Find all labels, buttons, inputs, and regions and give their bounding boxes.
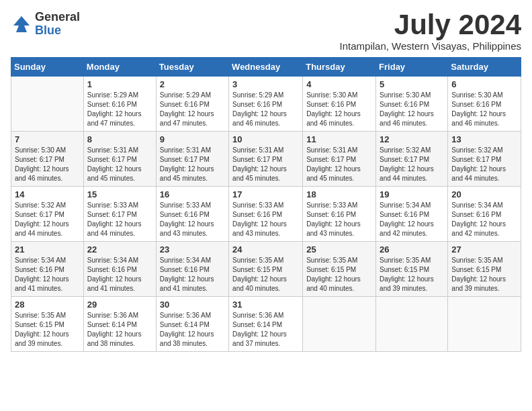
day-number: 16 [160, 189, 225, 199]
calendar-cell: 11Sunrise: 5:31 AM Sunset: 6:17 PM Dayli… [303, 132, 376, 187]
day-info: Sunrise: 5:34 AM Sunset: 6:16 PM Dayligh… [451, 201, 517, 238]
day-number: 9 [160, 134, 225, 144]
day-number: 1 [87, 79, 152, 89]
day-number: 31 [232, 300, 299, 310]
calendar-cell: 1Sunrise: 5:29 AM Sunset: 6:16 PM Daylig… [83, 77, 156, 132]
calendar-cell: 28Sunrise: 5:35 AM Sunset: 6:15 PM Dayli… [11, 297, 84, 352]
day-info: Sunrise: 5:36 AM Sunset: 6:14 PM Dayligh… [87, 311, 152, 349]
day-number: 8 [87, 134, 152, 144]
week-row-5: 28Sunrise: 5:35 AM Sunset: 6:15 PM Dayli… [11, 297, 521, 352]
day-number: 3 [232, 79, 299, 89]
day-info: Sunrise: 5:33 AM Sunset: 6:16 PM Dayligh… [232, 201, 299, 238]
calendar-cell: 18Sunrise: 5:33 AM Sunset: 6:16 PM Dayli… [303, 187, 376, 242]
day-number: 25 [306, 244, 372, 255]
day-info: Sunrise: 5:31 AM Sunset: 6:17 PM Dayligh… [306, 146, 372, 183]
day-info: Sunrise: 5:30 AM Sunset: 6:17 PM Dayligh… [15, 146, 80, 183]
day-info: Sunrise: 5:35 AM Sunset: 6:15 PM Dayligh… [451, 256, 517, 293]
day-info: Sunrise: 5:31 AM Sunset: 6:17 PM Dayligh… [87, 146, 152, 183]
day-number: 14 [15, 189, 80, 199]
day-info: Sunrise: 5:32 AM Sunset: 6:17 PM Dayligh… [451, 146, 517, 183]
day-info: Sunrise: 5:30 AM Sunset: 6:16 PM Dayligh… [380, 91, 444, 128]
calendar-cell: 10Sunrise: 5:31 AM Sunset: 6:17 PM Dayli… [229, 132, 303, 187]
day-number: 13 [451, 134, 517, 144]
header-row: SundayMondayTuesdayWednesdayThursdayFrid… [11, 58, 521, 77]
day-number: 19 [380, 189, 444, 199]
logo-text: General Blue [35, 11, 80, 38]
day-info: Sunrise: 5:35 AM Sunset: 6:15 PM Dayligh… [306, 256, 372, 293]
header-friday: Friday [376, 58, 448, 77]
calendar-cell: 19Sunrise: 5:34 AM Sunset: 6:16 PM Dayli… [376, 187, 448, 242]
calendar-table: SundayMondayTuesdayWednesdayThursdayFrid… [11, 57, 521, 352]
month-title: July 2024 [340, 11, 521, 39]
logo-general: General [35, 11, 80, 24]
day-number: 24 [232, 244, 299, 255]
day-number: 6 [451, 79, 517, 89]
calendar-cell: 17Sunrise: 5:33 AM Sunset: 6:16 PM Dayli… [229, 187, 303, 242]
day-number: 17 [232, 189, 299, 199]
calendar-cell: 29Sunrise: 5:36 AM Sunset: 6:14 PM Dayli… [83, 297, 156, 352]
day-number: 28 [15, 300, 80, 310]
calendar-cell: 23Sunrise: 5:34 AM Sunset: 6:16 PM Dayli… [156, 242, 228, 297]
day-number: 7 [15, 134, 80, 144]
day-number: 10 [232, 134, 299, 144]
day-info: Sunrise: 5:31 AM Sunset: 6:17 PM Dayligh… [232, 146, 299, 183]
day-number: 21 [15, 244, 80, 255]
calendar-cell: 13Sunrise: 5:32 AM Sunset: 6:17 PM Dayli… [448, 132, 521, 187]
day-info: Sunrise: 5:29 AM Sunset: 6:16 PM Dayligh… [232, 91, 299, 128]
title-area: July 2024 Intampilan, Western Visayas, P… [340, 11, 521, 52]
calendar-cell: 15Sunrise: 5:33 AM Sunset: 6:17 PM Dayli… [83, 187, 156, 242]
header-saturday: Saturday [448, 58, 521, 77]
calendar-cell: 3Sunrise: 5:29 AM Sunset: 6:16 PM Daylig… [229, 77, 303, 132]
calendar-cell: 21Sunrise: 5:34 AM Sunset: 6:16 PM Dayli… [11, 242, 84, 297]
week-row-4: 21Sunrise: 5:34 AM Sunset: 6:16 PM Dayli… [11, 242, 521, 297]
day-number: 23 [160, 244, 225, 255]
day-info: Sunrise: 5:35 AM Sunset: 6:15 PM Dayligh… [380, 256, 444, 293]
day-info: Sunrise: 5:29 AM Sunset: 6:16 PM Dayligh… [87, 91, 152, 128]
calendar-cell: 6Sunrise: 5:30 AM Sunset: 6:16 PM Daylig… [448, 77, 521, 132]
week-row-1: 1Sunrise: 5:29 AM Sunset: 6:16 PM Daylig… [11, 77, 521, 132]
location-title: Intampilan, Western Visayas, Philippines [340, 40, 521, 52]
day-info: Sunrise: 5:33 AM Sunset: 6:16 PM Dayligh… [160, 201, 225, 238]
day-info: Sunrise: 5:30 AM Sunset: 6:16 PM Dayligh… [306, 91, 372, 128]
page-header: General Blue July 2024 Intampilan, Weste… [11, 11, 521, 52]
calendar-cell: 30Sunrise: 5:36 AM Sunset: 6:14 PM Dayli… [156, 297, 228, 352]
day-info: Sunrise: 5:35 AM Sunset: 6:15 PM Dayligh… [15, 311, 80, 349]
day-number: 26 [380, 244, 444, 255]
day-number: 5 [380, 79, 444, 89]
calendar-cell: 27Sunrise: 5:35 AM Sunset: 6:15 PM Dayli… [448, 242, 521, 297]
calendar-cell: 4Sunrise: 5:30 AM Sunset: 6:16 PM Daylig… [303, 77, 376, 132]
calendar-cell [11, 77, 84, 132]
day-info: Sunrise: 5:35 AM Sunset: 6:15 PM Dayligh… [232, 256, 299, 293]
day-info: Sunrise: 5:36 AM Sunset: 6:14 PM Dayligh… [160, 311, 225, 349]
logo: General Blue [11, 11, 80, 38]
day-number: 4 [306, 79, 372, 89]
header-thursday: Thursday [303, 58, 376, 77]
logo-icon [11, 13, 32, 35]
header-tuesday: Tuesday [156, 58, 228, 77]
day-number: 11 [306, 134, 372, 144]
day-info: Sunrise: 5:36 AM Sunset: 6:14 PM Dayligh… [232, 311, 299, 349]
day-number: 12 [380, 134, 444, 144]
day-number: 18 [306, 189, 372, 199]
calendar-cell [303, 297, 376, 352]
week-row-2: 7Sunrise: 5:30 AM Sunset: 6:17 PM Daylig… [11, 132, 521, 187]
calendar-cell: 20Sunrise: 5:34 AM Sunset: 6:16 PM Dayli… [448, 187, 521, 242]
calendar-cell: 16Sunrise: 5:33 AM Sunset: 6:16 PM Dayli… [156, 187, 228, 242]
svg-marker-0 [13, 16, 30, 32]
calendar-cell: 31Sunrise: 5:36 AM Sunset: 6:14 PM Dayli… [229, 297, 303, 352]
day-info: Sunrise: 5:33 AM Sunset: 6:16 PM Dayligh… [306, 201, 372, 238]
day-info: Sunrise: 5:34 AM Sunset: 6:16 PM Dayligh… [380, 201, 444, 238]
calendar-cell: 7Sunrise: 5:30 AM Sunset: 6:17 PM Daylig… [11, 132, 84, 187]
day-number: 30 [160, 300, 225, 310]
calendar-cell [376, 297, 448, 352]
calendar-cell: 8Sunrise: 5:31 AM Sunset: 6:17 PM Daylig… [83, 132, 156, 187]
day-info: Sunrise: 5:34 AM Sunset: 6:16 PM Dayligh… [87, 256, 152, 293]
calendar-cell: 25Sunrise: 5:35 AM Sunset: 6:15 PM Dayli… [303, 242, 376, 297]
calendar-cell: 12Sunrise: 5:32 AM Sunset: 6:17 PM Dayli… [376, 132, 448, 187]
day-number: 20 [451, 189, 517, 199]
calendar-cell: 26Sunrise: 5:35 AM Sunset: 6:15 PM Dayli… [376, 242, 448, 297]
day-info: Sunrise: 5:33 AM Sunset: 6:17 PM Dayligh… [87, 201, 152, 238]
logo-blue: Blue [35, 24, 80, 38]
calendar-cell: 5Sunrise: 5:30 AM Sunset: 6:16 PM Daylig… [376, 77, 448, 132]
day-number: 27 [451, 244, 517, 255]
